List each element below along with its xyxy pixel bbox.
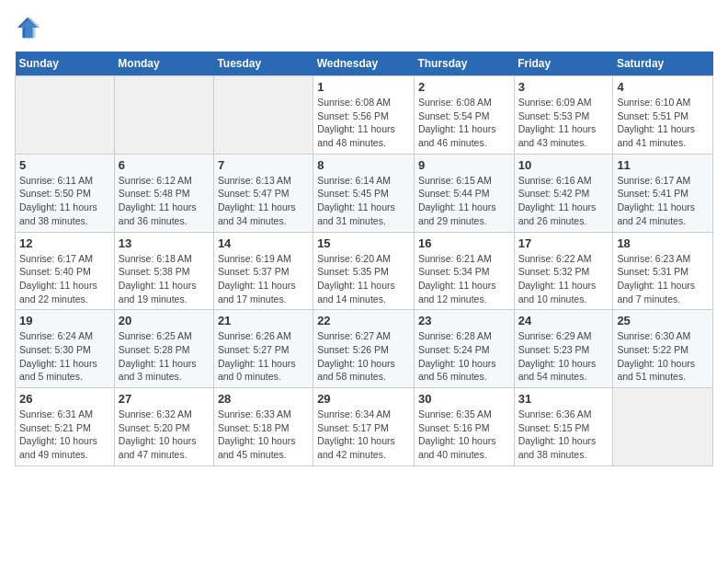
day-info: Sunrise: 6:18 AM Sunset: 5:38 PM Dayligh…: [119, 252, 210, 306]
calendar-cell: 2Sunrise: 6:08 AM Sunset: 5:54 PM Daylig…: [414, 76, 514, 155]
day-number: 23: [418, 314, 510, 327]
calendar-cell: 17Sunrise: 6:22 AM Sunset: 5:32 PM Dayli…: [514, 232, 613, 310]
day-number: 25: [617, 314, 709, 327]
calendar-cell: 4Sunrise: 6:10 AM Sunset: 5:51 PM Daylig…: [613, 76, 713, 155]
calendar-table: SundayMondayTuesdayWednesdayThursdayFrid…: [15, 52, 713, 466]
weekday-header-tuesday: Tuesday: [213, 52, 313, 76]
day-number: 6: [119, 158, 210, 172]
calendar-cell: 3Sunrise: 6:09 AM Sunset: 5:53 PM Daylig…: [514, 76, 613, 155]
calendar-header: SundayMondayTuesdayWednesdayThursdayFrid…: [16, 52, 713, 76]
day-info: Sunrise: 6:19 AM Sunset: 5:37 PM Dayligh…: [218, 252, 309, 306]
day-info: Sunrise: 6:16 AM Sunset: 5:42 PM Dayligh…: [518, 174, 609, 228]
day-number: 4: [617, 80, 709, 94]
calendar-cell: [114, 76, 213, 155]
calendar-cell: 21Sunrise: 6:26 AM Sunset: 5:27 PM Dayli…: [213, 310, 313, 388]
day-info: Sunrise: 6:08 AM Sunset: 5:56 PM Dayligh…: [317, 96, 410, 150]
calendar-cell: 5Sunrise: 6:11 AM Sunset: 5:50 PM Daylig…: [16, 154, 115, 232]
day-number: 5: [19, 158, 110, 172]
day-number: 8: [317, 158, 410, 172]
day-info: Sunrise: 6:09 AM Sunset: 5:53 PM Dayligh…: [518, 96, 609, 150]
calendar-cell: 29Sunrise: 6:34 AM Sunset: 5:17 PM Dayli…: [313, 388, 415, 466]
page-header: [15, 15, 713, 40]
day-number: 13: [119, 236, 210, 250]
day-info: Sunrise: 6:33 AM Sunset: 5:18 PM Dayligh…: [218, 408, 309, 462]
day-info: Sunrise: 6:30 AM Sunset: 5:22 PM Dayligh…: [617, 329, 709, 384]
day-number: 3: [518, 80, 609, 94]
day-number: 30: [418, 392, 510, 406]
calendar-cell: 27Sunrise: 6:32 AM Sunset: 5:20 PM Dayli…: [114, 388, 213, 466]
calendar-cell: 1Sunrise: 6:08 AM Sunset: 5:56 PM Daylig…: [313, 76, 415, 155]
weekday-header-saturday: Saturday: [613, 52, 713, 76]
week-row-4: 26Sunrise: 6:31 AM Sunset: 5:21 PM Dayli…: [16, 388, 713, 466]
day-number: 19: [19, 314, 110, 327]
calendar-cell: 19Sunrise: 6:24 AM Sunset: 5:30 PM Dayli…: [16, 310, 115, 388]
day-number: 21: [218, 314, 309, 327]
calendar-cell: 23Sunrise: 6:28 AM Sunset: 5:24 PM Dayli…: [414, 310, 514, 388]
calendar-cell: 9Sunrise: 6:15 AM Sunset: 5:44 PM Daylig…: [414, 154, 514, 232]
day-info: Sunrise: 6:32 AM Sunset: 5:20 PM Dayligh…: [119, 408, 210, 462]
day-number: 17: [518, 236, 609, 250]
day-number: 28: [218, 392, 309, 406]
day-info: Sunrise: 6:27 AM Sunset: 5:26 PM Dayligh…: [317, 329, 410, 384]
day-number: 15: [317, 236, 410, 250]
calendar-cell: 22Sunrise: 6:27 AM Sunset: 5:26 PM Dayli…: [313, 310, 415, 388]
logo: [15, 15, 44, 40]
day-info: Sunrise: 6:14 AM Sunset: 5:45 PM Dayligh…: [317, 174, 410, 228]
day-info: Sunrise: 6:11 AM Sunset: 5:50 PM Dayligh…: [19, 174, 110, 228]
day-number: 9: [418, 158, 510, 172]
calendar-cell: 31Sunrise: 6:36 AM Sunset: 5:15 PM Dayli…: [514, 388, 613, 466]
day-number: 12: [19, 236, 110, 250]
day-number: 24: [518, 314, 609, 327]
week-row-2: 12Sunrise: 6:17 AM Sunset: 5:40 PM Dayli…: [16, 232, 713, 310]
day-number: 26: [19, 392, 110, 406]
day-number: 2: [418, 80, 510, 94]
day-number: 22: [317, 314, 410, 327]
weekday-row: SundayMondayTuesdayWednesdayThursdayFrid…: [16, 52, 713, 76]
calendar-cell: 8Sunrise: 6:14 AM Sunset: 5:45 PM Daylig…: [313, 154, 415, 232]
calendar-cell: 30Sunrise: 6:35 AM Sunset: 5:16 PM Dayli…: [414, 388, 514, 466]
day-info: Sunrise: 6:17 AM Sunset: 5:40 PM Dayligh…: [19, 252, 110, 306]
week-row-1: 5Sunrise: 6:11 AM Sunset: 5:50 PM Daylig…: [16, 154, 713, 232]
calendar-cell: 13Sunrise: 6:18 AM Sunset: 5:38 PM Dayli…: [114, 232, 213, 310]
day-info: Sunrise: 6:12 AM Sunset: 5:48 PM Dayligh…: [119, 174, 210, 228]
day-info: Sunrise: 6:20 AM Sunset: 5:35 PM Dayligh…: [317, 252, 410, 306]
day-number: 18: [617, 236, 709, 250]
calendar-body: 1Sunrise: 6:08 AM Sunset: 5:56 PM Daylig…: [16, 76, 713, 466]
day-info: Sunrise: 6:26 AM Sunset: 5:27 PM Dayligh…: [218, 329, 309, 384]
day-number: 14: [218, 236, 309, 250]
day-info: Sunrise: 6:34 AM Sunset: 5:17 PM Dayligh…: [317, 408, 410, 462]
weekday-header-friday: Friday: [514, 52, 613, 76]
day-info: Sunrise: 6:23 AM Sunset: 5:31 PM Dayligh…: [617, 252, 709, 306]
day-number: 10: [518, 158, 609, 172]
day-info: Sunrise: 6:22 AM Sunset: 5:32 PM Dayligh…: [518, 252, 609, 306]
day-info: Sunrise: 6:29 AM Sunset: 5:23 PM Dayligh…: [518, 329, 609, 384]
weekday-header-sunday: Sunday: [16, 52, 115, 76]
logo-icon: [15, 15, 40, 40]
day-info: Sunrise: 6:15 AM Sunset: 5:44 PM Dayligh…: [418, 174, 510, 228]
calendar-cell: 20Sunrise: 6:25 AM Sunset: 5:28 PM Dayli…: [114, 310, 213, 388]
calendar-cell: 28Sunrise: 6:33 AM Sunset: 5:18 PM Dayli…: [213, 388, 313, 466]
calendar-cell: 24Sunrise: 6:29 AM Sunset: 5:23 PM Dayli…: [514, 310, 613, 388]
day-info: Sunrise: 6:24 AM Sunset: 5:30 PM Dayligh…: [19, 329, 110, 384]
week-row-3: 19Sunrise: 6:24 AM Sunset: 5:30 PM Dayli…: [16, 310, 713, 388]
calendar-cell: 6Sunrise: 6:12 AM Sunset: 5:48 PM Daylig…: [114, 154, 213, 232]
day-info: Sunrise: 6:36 AM Sunset: 5:15 PM Dayligh…: [518, 408, 609, 462]
day-info: Sunrise: 6:10 AM Sunset: 5:51 PM Dayligh…: [617, 96, 709, 150]
calendar-cell: [613, 388, 713, 466]
calendar-cell: 14Sunrise: 6:19 AM Sunset: 5:37 PM Dayli…: [213, 232, 313, 310]
day-info: Sunrise: 6:25 AM Sunset: 5:28 PM Dayligh…: [119, 329, 210, 384]
day-info: Sunrise: 6:21 AM Sunset: 5:34 PM Dayligh…: [418, 252, 510, 306]
day-number: 29: [317, 392, 410, 406]
day-info: Sunrise: 6:13 AM Sunset: 5:47 PM Dayligh…: [218, 174, 309, 228]
calendar-cell: 12Sunrise: 6:17 AM Sunset: 5:40 PM Dayli…: [16, 232, 115, 310]
calendar-cell: 18Sunrise: 6:23 AM Sunset: 5:31 PM Dayli…: [613, 232, 713, 310]
calendar-cell: 10Sunrise: 6:16 AM Sunset: 5:42 PM Dayli…: [514, 154, 613, 232]
day-number: 7: [218, 158, 309, 172]
day-number: 11: [617, 158, 709, 172]
day-info: Sunrise: 6:08 AM Sunset: 5:54 PM Dayligh…: [418, 96, 510, 150]
weekday-header-monday: Monday: [114, 52, 213, 76]
calendar-cell: 16Sunrise: 6:21 AM Sunset: 5:34 PM Dayli…: [414, 232, 514, 310]
day-number: 31: [518, 392, 609, 406]
weekday-header-thursday: Thursday: [414, 52, 514, 76]
day-number: 27: [119, 392, 210, 406]
